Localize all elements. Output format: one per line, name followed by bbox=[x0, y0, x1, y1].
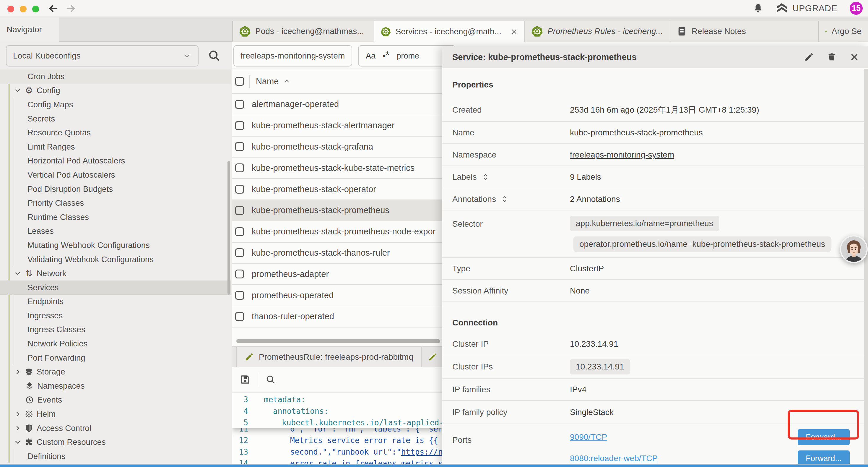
row-checkbox[interactable] bbox=[235, 185, 244, 194]
sidebar-scrollbar[interactable] bbox=[227, 161, 230, 295]
row-checkbox[interactable] bbox=[235, 142, 244, 151]
sidebar-item-priority-classes[interactable]: Priority Classes bbox=[0, 196, 231, 210]
maximize-window-button[interactable] bbox=[32, 6, 39, 12]
table-row[interactable]: prometheus-adapter bbox=[232, 264, 442, 285]
sidebar-item-custom-resources[interactable]: Custom Resources bbox=[0, 435, 231, 449]
expand-updown-icon[interactable] bbox=[501, 195, 508, 203]
row-checkbox[interactable] bbox=[235, 164, 244, 172]
sidebar-item-mutating-webhook-configurations[interactable]: Mutating Webhook Configurations bbox=[0, 238, 231, 253]
tab-services-active[interactable]: Services - icecheng@math... bbox=[374, 21, 525, 42]
sidebar-item-cron-jobs[interactable]: Cron Jobs bbox=[0, 69, 231, 84]
table-row[interactable]: alertmanager-operated bbox=[232, 94, 442, 115]
row-checkbox[interactable] bbox=[235, 100, 244, 109]
table-search-box[interactable]: Aa ▪* prome bbox=[358, 45, 456, 66]
sidebar-item-secrets[interactable]: Secrets bbox=[0, 112, 231, 126]
sidebar-item-namespaces[interactable]: Namespaces bbox=[0, 379, 231, 393]
sidebar-item-validating-webhook-configurations[interactable]: Validating Webhook Configurations bbox=[0, 253, 231, 267]
row-checkbox[interactable] bbox=[235, 312, 244, 321]
expand-updown-icon[interactable] bbox=[482, 173, 489, 181]
sidebar-item-events[interactable]: Events bbox=[0, 393, 231, 407]
row-checkbox[interactable] bbox=[235, 248, 244, 257]
sidebar-item-ingresses[interactable]: Ingresses bbox=[0, 309, 231, 323]
sidebar-item-ingress-classes[interactable]: Ingress Classes bbox=[0, 323, 231, 337]
table-row[interactable]: thanos-ruler-operated bbox=[232, 306, 442, 327]
tab-pods[interactable]: Pods - icecheng@mathmas... bbox=[232, 21, 374, 42]
kubernetes-icon bbox=[531, 26, 543, 37]
sidebar-item-storage[interactable]: Storage bbox=[0, 365, 231, 379]
dock-tab-label: PrometheusRule: freeleaps-prod-rabbitmq bbox=[259, 352, 413, 362]
row-checkbox[interactable] bbox=[235, 206, 244, 215]
sidebar-item-runtime-classes[interactable]: Runtime Classes bbox=[0, 210, 231, 224]
row-checkbox[interactable] bbox=[235, 269, 244, 279]
sidebar-item-vertical-pod-autoscalers[interactable]: Vertical Pod Autoscalers bbox=[0, 168, 231, 182]
sidebar-item-port-forwarding[interactable]: Port Forwarding bbox=[0, 351, 231, 365]
database-icon bbox=[24, 367, 34, 377]
sidebar-item-endpoints[interactable]: Endpoints bbox=[0, 295, 231, 309]
kubernetes-icon bbox=[239, 26, 251, 37]
edit-pencil-icon[interactable] bbox=[804, 52, 814, 62]
search-input[interactable]: prome bbox=[397, 52, 419, 61]
match-case-toggle[interactable]: Aa bbox=[366, 52, 375, 61]
table-row[interactable]: kube-prometheus-stack-thanos-ruler bbox=[232, 243, 442, 264]
sidebar-search-icon[interactable] bbox=[208, 49, 221, 62]
dock-tab-prometheusrule[interactable]: PrometheusRule: freeleaps-prod-rabbitmq bbox=[236, 347, 422, 367]
sidebar-item-services[interactable]: Services bbox=[0, 281, 231, 295]
tab-prometheus-rules[interactable]: Prometheus Rules - icecheng... bbox=[525, 21, 670, 42]
horizontal-scrollbar[interactable] bbox=[236, 339, 440, 343]
table-row-selected[interactable]: kube-prometheus-stack-prometheus bbox=[232, 200, 442, 222]
table-row[interactable]: kube-prometheus-stack-grafana bbox=[232, 137, 442, 158]
notification-count-badge[interactable]: 15 bbox=[850, 2, 863, 15]
notifications-bell-icon[interactable] bbox=[753, 2, 764, 14]
column-header-name[interactable]: Name bbox=[256, 77, 290, 86]
code-line: annotations: bbox=[254, 407, 329, 415]
back-arrow-icon[interactable] bbox=[47, 2, 59, 15]
regex-toggle[interactable]: ▪* bbox=[382, 50, 390, 61]
forward-arrow-icon[interactable] bbox=[65, 2, 78, 15]
sidebar-item-horizontal-pod-autoscalers[interactable]: Horizontal Pod Autoscalers bbox=[0, 154, 231, 168]
dock-tab-next-partial[interactable] bbox=[422, 347, 442, 367]
upgrade-button[interactable]: UPGRADE bbox=[776, 2, 837, 14]
chevron-down-icon bbox=[14, 439, 21, 446]
select-all-checkbox[interactable] bbox=[235, 77, 244, 86]
sidebar-item-limit-ranges[interactable]: Limit Ranges bbox=[0, 140, 231, 154]
table-row[interactable]: kube-prometheus-stack-kube-state-metrics bbox=[232, 157, 442, 179]
sidebar-item-access-control[interactable]: Access Control bbox=[0, 421, 231, 435]
row-checkbox[interactable] bbox=[235, 291, 244, 300]
table-row[interactable]: kube-prometheus-stack-operator bbox=[232, 179, 442, 200]
tab-argo[interactable]: Argo Se bbox=[819, 21, 868, 42]
namespace-selector[interactable]: freeleaps-monitoring-system bbox=[234, 45, 352, 66]
tab-release-notes[interactable]: Release Notes bbox=[670, 21, 819, 42]
row-checkbox[interactable] bbox=[235, 121, 244, 130]
editor-search-icon[interactable] bbox=[265, 374, 276, 385]
sidebar-item-config[interactable]: ⚙ Config bbox=[0, 84, 231, 98]
sidebar-item-helm[interactable]: Helm bbox=[0, 407, 231, 421]
drawer-scrollbar-track[interactable] bbox=[864, 69, 868, 467]
port-link[interactable]: 9090/TCP bbox=[570, 432, 607, 442]
sidebar-item-definitions[interactable]: Definitions bbox=[0, 449, 231, 463]
table-row[interactable]: prometheus-operated bbox=[232, 285, 442, 306]
close-window-button[interactable] bbox=[7, 6, 14, 12]
minimize-window-button[interactable] bbox=[20, 6, 27, 12]
close-tab-icon[interactable] bbox=[510, 28, 518, 35]
port-link[interactable]: 8080:reloader-web/TCP bbox=[570, 454, 658, 463]
table-row[interactable]: kube-prometheus-stack-alertmanager bbox=[232, 115, 442, 137]
sort-ascending-icon bbox=[283, 78, 290, 85]
sidebar-item-pod-disruption-budgets[interactable]: Pod Disruption Budgets bbox=[0, 182, 231, 196]
sidebar-item-network[interactable]: ⇅ Network bbox=[0, 266, 231, 281]
row-checkbox[interactable] bbox=[235, 227, 244, 236]
chevron-right-icon bbox=[14, 425, 21, 432]
delete-trash-icon[interactable] bbox=[827, 52, 836, 62]
sidebar-item-network-policies[interactable]: Network Policies bbox=[0, 337, 231, 351]
sidebar-item-resource-quotas[interactable]: Resource Quotas bbox=[0, 126, 231, 140]
close-drawer-icon[interactable] bbox=[850, 52, 859, 62]
table-row[interactable]: kube-prometheus-stack-prometheus-node-ex… bbox=[232, 222, 442, 243]
sidebar-item-leases[interactable]: Leases bbox=[0, 224, 231, 238]
navigator-panel-tab[interactable]: Navigator bbox=[0, 17, 59, 42]
kubeconfig-selector[interactable]: Local Kubeconfigs bbox=[6, 45, 198, 66]
namespace-link[interactable]: freeleaps-monitoring-system bbox=[570, 150, 674, 159]
tab-strip: Navigator Pods - icecheng@mathmas... Ser… bbox=[0, 17, 868, 42]
sidebar-item-config-maps[interactable]: Config Maps bbox=[0, 97, 231, 112]
avatar[interactable] bbox=[840, 235, 868, 263]
yaml-editor[interactable]: 11o", "for": "hm", "labels": { "service"… bbox=[232, 392, 442, 465]
save-icon[interactable] bbox=[240, 374, 251, 385]
